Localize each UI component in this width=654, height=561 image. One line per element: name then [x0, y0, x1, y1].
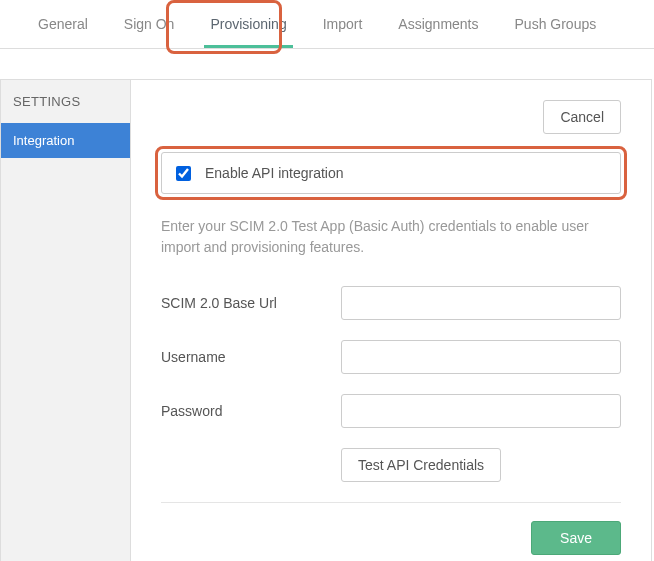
label-base-url: SCIM 2.0 Base Url: [161, 295, 341, 311]
label-password: Password: [161, 403, 341, 419]
tab-assignments[interactable]: Assignments: [380, 0, 496, 48]
input-password[interactable]: [341, 394, 621, 428]
divider: [161, 502, 621, 503]
sidebar-item-integration[interactable]: Integration: [1, 123, 130, 158]
cancel-button[interactable]: Cancel: [543, 100, 621, 134]
enable-api-section: Enable API integration: [161, 152, 621, 194]
enable-api-row: Enable API integration: [161, 152, 621, 194]
settings-sidebar: SETTINGS Integration: [1, 80, 131, 561]
enable-api-label: Enable API integration: [205, 165, 344, 181]
enable-api-checkbox[interactable]: [176, 166, 191, 181]
row-username: Username: [161, 340, 621, 374]
content-panel: SETTINGS Integration Cancel Enable API i…: [0, 79, 652, 561]
row-base-url: SCIM 2.0 Base Url: [161, 286, 621, 320]
tab-bar: General Sign On Provisioning Import Assi…: [0, 0, 654, 49]
tab-import[interactable]: Import: [305, 0, 381, 48]
save-button[interactable]: Save: [531, 521, 621, 555]
row-test: Test API Credentials: [161, 448, 621, 482]
main-panel: Cancel Enable API integration Enter your…: [131, 80, 651, 561]
sidebar-title: SETTINGS: [1, 80, 130, 123]
tab-push-groups[interactable]: Push Groups: [497, 0, 615, 48]
input-username[interactable]: [341, 340, 621, 374]
tab-provisioning[interactable]: Provisioning: [192, 0, 304, 48]
help-text: Enter your SCIM 2.0 Test App (Basic Auth…: [161, 216, 621, 258]
bottom-actions: Save: [161, 521, 621, 555]
label-username: Username: [161, 349, 341, 365]
top-actions: Cancel: [161, 100, 621, 134]
tab-general[interactable]: General: [20, 0, 106, 48]
test-api-credentials-button[interactable]: Test API Credentials: [341, 448, 501, 482]
input-base-url[interactable]: [341, 286, 621, 320]
tab-sign-on[interactable]: Sign On: [106, 0, 193, 48]
row-password: Password: [161, 394, 621, 428]
